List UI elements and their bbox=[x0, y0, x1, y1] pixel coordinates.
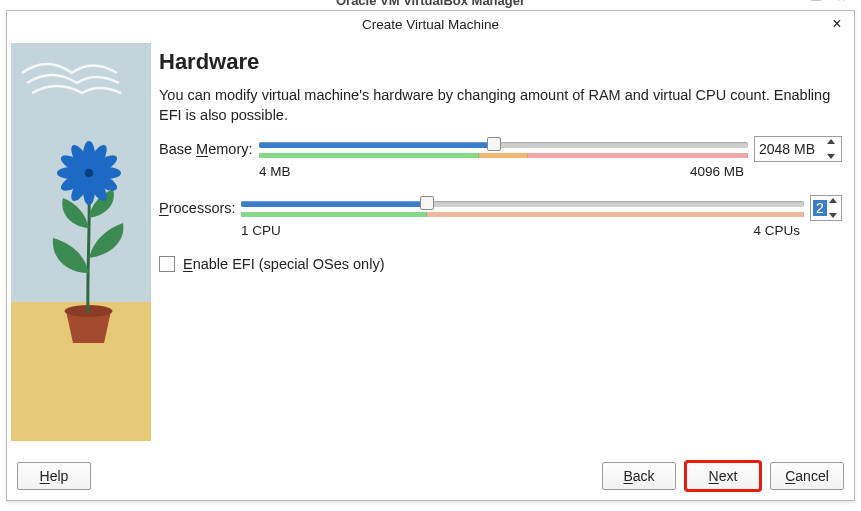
wizard-illustration bbox=[11, 43, 151, 441]
parent-window-titlebar: Oracle VM VirtualBox Manager ▭ ✕ bbox=[0, 0, 861, 10]
spin-down-icon[interactable] bbox=[827, 154, 835, 159]
memory-max-label: 4096 MB bbox=[690, 164, 744, 179]
flower-icon bbox=[11, 43, 151, 441]
parent-window-title: Oracle VM VirtualBox Manager bbox=[336, 0, 525, 8]
memory-scale bbox=[259, 153, 748, 160]
efi-checkbox[interactable] bbox=[159, 256, 175, 272]
close-icon[interactable]: × bbox=[828, 15, 846, 33]
next-button[interactable]: Next bbox=[686, 462, 760, 490]
spin-up-icon[interactable] bbox=[829, 198, 837, 203]
processors-min-label: 1 CPU bbox=[241, 223, 281, 238]
efi-checkbox-row: Enable EFI (special OSes only) bbox=[159, 256, 842, 272]
base-memory-label: Base Memory: bbox=[159, 141, 253, 157]
memory-min-label: 4 MB bbox=[259, 164, 291, 179]
processors-scale bbox=[241, 212, 804, 219]
slider-thumb-icon[interactable] bbox=[420, 196, 434, 210]
page-title: Hardware bbox=[159, 49, 842, 75]
processors-label: Processors: bbox=[159, 200, 235, 216]
dialog-titlebar: Create Virtual Machine × bbox=[7, 11, 854, 39]
processors-value: 2 bbox=[813, 200, 827, 216]
spin-up-icon[interactable] bbox=[827, 139, 835, 144]
dialog-title: Create Virtual Machine bbox=[362, 17, 499, 32]
minimize-icon[interactable]: ▭ bbox=[810, 0, 822, 2]
cancel-button[interactable]: Cancel bbox=[770, 462, 844, 490]
help-button[interactable]: Help bbox=[17, 462, 91, 490]
base-memory-value: 2048 MB bbox=[759, 141, 825, 157]
back-button[interactable]: Back bbox=[602, 462, 676, 490]
spin-down-icon[interactable] bbox=[829, 213, 837, 218]
base-memory-spinbox[interactable]: 2048 MB bbox=[754, 136, 842, 162]
base-memory-slider[interactable] bbox=[259, 137, 748, 153]
processors-row: Processors: 2 bbox=[159, 195, 842, 221]
page-description: You can modify virtual machine's hardwar… bbox=[159, 85, 842, 126]
close-parent-icon[interactable]: ✕ bbox=[836, 0, 847, 2]
efi-label: Enable EFI (special OSes only) bbox=[183, 256, 384, 272]
processors-max-label: 4 CPUs bbox=[753, 223, 800, 238]
create-vm-dialog: Create Virtual Machine × bbox=[6, 10, 855, 501]
dialog-footer: Help Back Next Cancel bbox=[7, 452, 854, 500]
slider-thumb-icon[interactable] bbox=[487, 137, 501, 151]
processors-spinbox[interactable]: 2 bbox=[810, 195, 842, 221]
base-memory-row: Base Memory: 2048 MB bbox=[159, 136, 842, 162]
processors-slider[interactable] bbox=[241, 196, 804, 212]
